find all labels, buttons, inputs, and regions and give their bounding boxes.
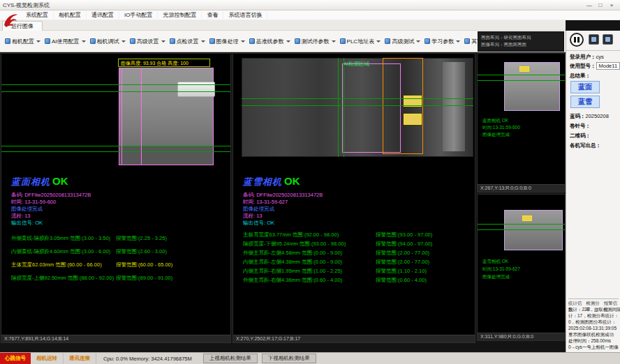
model-row: 使用型号：Mode11 xyxy=(570,62,620,70)
measurement-text: 内侧主耳距-右侧1.95mm 范围:(1.00 - 2.25) xyxy=(243,268,342,275)
camera-b-toggle-button[interactable] xyxy=(603,34,613,45)
toolbar-item-label: 学习参数 xyxy=(431,38,454,45)
toolbar-item-camera-config[interactable]: 相机配置 xyxy=(3,38,43,45)
stats-line: 数计：222，放取检测间隔： xyxy=(568,307,620,313)
toolbar-item-camera-debug[interactable]: 相机调试 xyxy=(88,38,128,45)
menu-item-comm-config[interactable]: 通讯配置 xyxy=(87,11,119,19)
toolbar-item-label: PLC地址表 xyxy=(347,38,375,45)
measure-line-vertical xyxy=(344,58,344,157)
measure-line xyxy=(478,75,566,75)
camera-view-1[interactable]: 图像高度: 93.93 合格 高度: 100 蓝面相机OK 条码: DFFiiw… xyxy=(1,53,231,343)
measure-line xyxy=(1,146,231,146)
thumb-view-1[interactable]: 蓝面相机 OK 时间:13-31-59-600 图像处理完成 X:267,Y:1… xyxy=(477,53,566,192)
chevron-down-icon xyxy=(121,40,126,43)
layout-panel-line2: 图像布局：画面两画面 xyxy=(481,41,561,48)
menu-item-camera-config[interactable]: 相机配置 xyxy=(54,11,87,19)
measurement-alarm: 报警范围:(2.00 - 77.00) xyxy=(376,259,429,266)
camera-a-toggle-button[interactable] xyxy=(589,34,599,45)
code-label: 蓝码： xyxy=(570,113,586,119)
toolbar-item-spot-check[interactable]: 点检设置 xyxy=(168,38,207,45)
menubar: 系统配置 相机配置 通讯配置 IO手动配置 光源控制配置 查看 系统语言切换 xyxy=(0,10,620,20)
menu-item-view[interactable]: 查看 xyxy=(202,11,223,19)
measurement-text: 外侧主耳距-右侧4.36mm 范围:(0.60 - 4.00) xyxy=(243,277,342,284)
toolbar-item-test-stop-params[interactable]: 测试停参数 xyxy=(293,38,338,45)
thumb1-coordbar: X:267,Y:13;R:0;G:0;B:0 xyxy=(478,184,565,192)
model-label: 使用型号： xyxy=(570,63,596,69)
layout-panel-line1: 画面布局：研究画面布局 xyxy=(481,34,561,41)
menu-item-system-config[interactable]: 系统配置 xyxy=(21,11,54,19)
toolbar-item-label: 图像处理 xyxy=(216,38,239,45)
upper-camera-result-button[interactable]: 上视相机检测结果 xyxy=(203,354,258,363)
minimize-button[interactable]: — xyxy=(584,2,595,8)
toolbar-item-image-process[interactable]: 图像处理 xyxy=(207,38,247,45)
thumb-view-2[interactable]: 蓝雪相机 OK 时间:13-31-59-627 图像处理完成 X:311,Y:9… xyxy=(477,194,566,341)
detection-highlight xyxy=(522,215,532,221)
image-bright-region xyxy=(443,62,465,151)
camera1-name: 蓝面相机 xyxy=(11,176,50,187)
camera-view-2[interactable]: AI检测区域 蓝雪相机OK 条码: DFFiiw2025020813313472… xyxy=(232,53,475,343)
pause-icon xyxy=(577,37,580,43)
toolbar-item-icon xyxy=(5,38,10,44)
needle-label: 卷针号： xyxy=(570,123,591,129)
toolbar-item-plc-address-table[interactable]: PLC地址表 xyxy=(338,38,383,45)
menu-item-light-control-config[interactable]: 光源控制配置 xyxy=(158,11,202,19)
chevron-down-icon xyxy=(82,40,86,43)
toolbar-item-baseline-params[interactable]: 基准线参数 xyxy=(247,38,293,45)
menu-item-language-switch[interactable]: 系统语言切换 xyxy=(223,11,267,19)
code-row: 蓝码：20250208 xyxy=(570,113,609,120)
toolbar-item-icon xyxy=(340,38,346,44)
measurement-text: 主极耳宽度63.77mm 范围:(92.00 - 98.00) xyxy=(243,232,339,238)
measurement-alarm: 报警范围:(1.10 - 2.10) xyxy=(376,268,427,275)
flow-line: 流程: 13 xyxy=(11,213,31,220)
camera2-coordbar: X:270,Y:2502;R:17;G:17;B:17 xyxy=(233,335,475,342)
stats-line: 显示图像联机检测成功 xyxy=(568,332,614,338)
qrcode-row: 二维码： xyxy=(570,132,591,139)
output-signal-line: 输出信号: OK xyxy=(11,220,43,227)
measure-line xyxy=(242,105,473,106)
login-user-value: cys xyxy=(596,54,604,60)
write-total-label: 各机写出总： xyxy=(570,142,601,149)
thumb1-image xyxy=(504,62,560,111)
qrcode-label: 二维码： xyxy=(570,132,591,139)
pause-button[interactable] xyxy=(570,33,584,47)
model-select[interactable]: Mode11 xyxy=(596,62,620,70)
camera1-ok-badge: OK xyxy=(52,175,68,187)
toolbar-item-icon xyxy=(209,38,215,44)
close-button[interactable]: × xyxy=(606,2,617,8)
flow-line: 流程: 13 xyxy=(243,213,263,220)
login-user-label: 登录用户： xyxy=(570,54,596,60)
thumb2-line: 时间:13-31-59-627 xyxy=(482,266,520,273)
cpu-memory-readout: Cpu: 0.0% Memory: 3424.41796875M xyxy=(96,356,199,362)
result-badge-camera2: 蓝雪 xyxy=(570,96,600,108)
toolbar-item-advanced-test[interactable]: 高级测试 xyxy=(383,38,422,45)
toolbar-item-advanced-settings[interactable]: 高级设置 xyxy=(128,38,168,45)
camera-icon xyxy=(591,37,596,42)
measurement-alarm: 报警范围:(0.60 - 4.00) xyxy=(376,277,427,284)
toolbar-item-label: 基准线参数 xyxy=(256,38,284,45)
camera2-ok-badge: OK xyxy=(284,175,300,187)
measure-line xyxy=(242,98,473,99)
code-value: 20250208 xyxy=(586,113,609,119)
measurement-text: 外侧直线-隔膜距3.05mm 范围:(3.00 - 3.50) xyxy=(11,235,110,242)
menu-item-io-manual-config[interactable]: IO手动配置 xyxy=(119,11,158,19)
measurement-alarm: 报警范围:(93.00 - 97.00) xyxy=(376,232,432,238)
thumb1-line: 时间:13-31-59-600 xyxy=(482,125,520,131)
process-status-line: 图像处理完成 xyxy=(243,206,274,213)
time-line: 时间: 13-31-59-600 xyxy=(11,199,56,206)
toolbar-item-ai-config[interactable]: AI使用配置 xyxy=(43,38,88,45)
toolbar-item-learning-params[interactable]: 学习参数 xyxy=(422,38,462,45)
toolbar-item-label: 相机调试 xyxy=(97,38,119,45)
app-logo-icon xyxy=(2,11,19,29)
toolbar-item-label: AI使用配置 xyxy=(52,38,80,45)
measurement-alarm: 报警范围:(2.25 - 3.25) xyxy=(116,235,167,242)
stats-line: 计：17，检测分布统计： xyxy=(568,313,619,319)
maximize-button[interactable]: □ xyxy=(595,2,606,8)
time-line: 时间: 13-31-59-627 xyxy=(243,199,288,206)
write-total-row: 各机写出总： xyxy=(570,142,601,149)
toolbar-item-icon xyxy=(45,38,50,44)
pause-icon xyxy=(574,37,576,43)
toolbar-item-icon xyxy=(385,38,390,44)
measure-line-vertical xyxy=(141,68,142,165)
lower-camera-result-button[interactable]: 下视相机检测结果 xyxy=(262,354,316,363)
toolbar-item-icon xyxy=(464,38,470,44)
